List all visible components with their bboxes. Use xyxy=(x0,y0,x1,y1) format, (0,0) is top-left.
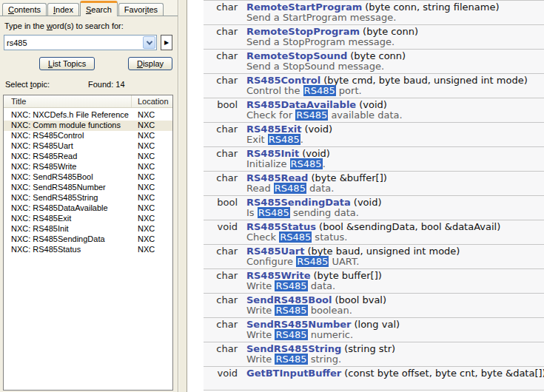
description-text: Configure xyxy=(246,256,296,267)
column-header-title[interactable]: Title xyxy=(4,95,132,107)
description-text: Check xyxy=(246,232,279,243)
function-name-link[interactable]: RS485Exit xyxy=(246,124,301,135)
result-row[interactable]: NXC: RS485StatusNXC xyxy=(4,245,172,255)
tab-search[interactable]: Search xyxy=(80,1,118,16)
function-name-link[interactable]: SendRS485Bool xyxy=(246,294,332,305)
function-definition: RemoteStartProgram(byte conn, string fil… xyxy=(238,2,544,23)
tab-contents[interactable]: Contents xyxy=(2,3,47,16)
result-location: NXC xyxy=(132,141,172,152)
result-location: NXC xyxy=(132,152,172,162)
pane-splitter[interactable] xyxy=(178,0,187,392)
result-row[interactable]: NXC: RS485DataAvailableNXC xyxy=(4,203,172,214)
function-params: (void) xyxy=(359,99,387,110)
found-count: Found: 14 xyxy=(88,80,125,89)
function-signature: RS485Init(void) xyxy=(246,149,544,159)
function-params: (byte conn) xyxy=(350,50,406,61)
function-description: Write RS485 boolean. xyxy=(246,305,544,316)
function-name-link[interactable]: RS485DataAvailable xyxy=(246,99,356,110)
function-row: boolRS485SendingData(void)Is RS485 sendi… xyxy=(204,196,544,220)
function-params: (byte baud, unsigned int mode) xyxy=(307,246,460,257)
function-row: charRemoteStopSound(byte conn)Send a Sto… xyxy=(204,50,544,74)
function-name-link[interactable]: SendRS485String xyxy=(246,343,341,354)
result-title: NXC: RS485Uart xyxy=(4,141,132,152)
search-highlight: RS485 xyxy=(275,305,307,316)
search-buttons-row: List Topics Display xyxy=(39,57,172,70)
result-title: NXC: RS485Read xyxy=(4,152,132,162)
result-location: NXC xyxy=(132,203,172,214)
description-text: UART. xyxy=(329,256,359,267)
display-button[interactable]: Display xyxy=(128,57,172,70)
function-definition: RemoteStopSound(byte conn)Send a StopSou… xyxy=(238,51,544,72)
result-row[interactable]: NXC: Comm module functionsNXC xyxy=(4,121,172,131)
result-row[interactable]: NXC: RS485InitNXC xyxy=(4,224,172,234)
function-description: Write RS485 string. xyxy=(246,354,544,365)
search-highlight: RS485 xyxy=(295,109,328,121)
function-name-link[interactable]: RS485Write xyxy=(246,270,311,281)
function-name-link[interactable]: RS485Status xyxy=(246,221,316,232)
description-text: Is xyxy=(246,207,258,218)
function-name-link[interactable]: RS485Init xyxy=(246,148,299,159)
function-name-link[interactable]: GetBTInputBuffer xyxy=(246,368,341,379)
list-topics-button[interactable]: List Topics xyxy=(39,57,95,70)
combobox-dropdown-button[interactable] xyxy=(143,36,155,49)
function-definition: SendRS485String(string str)Write RS485 s… xyxy=(238,344,544,365)
result-title: NXC: SendRS485Number xyxy=(4,183,132,193)
return-type: bool xyxy=(204,100,238,121)
function-name-link[interactable]: RS485SendingData xyxy=(246,197,351,208)
result-row[interactable]: NXC: RS485ExitNXC xyxy=(4,214,172,224)
tab-favorites[interactable]: Favorites xyxy=(118,3,164,16)
column-header-location[interactable]: Location xyxy=(132,95,172,108)
function-definition: RS485Exit(void)Exit RS485. xyxy=(238,124,544,145)
result-row[interactable]: NXC: SendRS485StringNXC xyxy=(4,193,172,203)
function-definition: GetBTInputBuffer(const byte offset, byte… xyxy=(238,368,544,388)
function-name-link[interactable]: RS485Read xyxy=(246,172,308,183)
search-prompt-label: Type in the word(s) to search for: xyxy=(4,21,174,30)
function-row: charRS485Control(byte cmd, byte baud, un… xyxy=(204,74,544,98)
description-text: Send a StartProgram message. xyxy=(246,12,396,23)
function-signature: SendRS485Number(long val) xyxy=(246,320,544,330)
result-row[interactable]: NXC: SendRS485NumberNXC xyxy=(4,183,172,193)
function-name-link[interactable]: RS485Control xyxy=(246,75,320,86)
function-row: charRS485Read(byte &buffer[])Read RS485 … xyxy=(204,172,544,196)
function-row: voidGetBTInputBuffer(const byte offset, … xyxy=(204,367,544,391)
result-row[interactable]: NXC: NXCDefs.h File ReferenceNXC xyxy=(4,110,172,121)
search-input[interactable] xyxy=(4,36,138,49)
result-row[interactable]: NXC: RS485WriteNXC xyxy=(4,162,172,172)
function-name-link[interactable]: RemoteStartProgram xyxy=(246,1,362,13)
return-type: char xyxy=(204,124,238,145)
function-name-link[interactable]: RS485Uart xyxy=(246,246,304,257)
description-text: Write xyxy=(246,305,275,316)
function-name-link[interactable]: RemoteStopProgram xyxy=(246,26,360,37)
search-combobox xyxy=(4,35,157,50)
help-viewer-window: Contents Index Search Favorites Type in … xyxy=(0,0,544,392)
flyout-arrow-button[interactable]: ▶ xyxy=(161,35,172,50)
return-type: void xyxy=(204,222,238,243)
result-title: NXC: RS485Write xyxy=(4,162,132,172)
function-description: Check for RS485 available data. xyxy=(246,110,544,121)
function-definition: RS485Control(byte cmd, byte baud, unsign… xyxy=(238,75,544,96)
function-description: Check RS485 status. xyxy=(246,232,544,243)
result-row[interactable]: NXC: RS485UartNXC xyxy=(4,141,172,152)
search-panel: Contents Index Search Favorites Type in … xyxy=(0,0,178,392)
return-type: char xyxy=(204,75,238,96)
result-row[interactable]: NXC: RS485ReadNXC xyxy=(4,152,172,162)
function-definition: RS485Init(void)Initialize RS485. xyxy=(238,149,544,169)
function-params: (void) xyxy=(302,148,330,159)
result-location: NXC xyxy=(132,183,172,193)
return-type: char xyxy=(204,149,238,169)
result-row[interactable]: NXC: RS485SendingDataNXC xyxy=(4,234,172,245)
function-description: Initialize RS485. xyxy=(246,159,544,169)
function-signature: SendRS485String(string str) xyxy=(246,344,544,354)
search-highlight: RS485 xyxy=(275,354,307,365)
function-signature: RS485Read(byte &buffer[]) xyxy=(246,173,544,183)
result-location: NXC xyxy=(132,214,172,224)
tab-index[interactable]: Index xyxy=(47,3,79,16)
function-name-link[interactable]: SendRS485Number xyxy=(246,319,351,330)
function-name-link[interactable]: RemoteStopSound xyxy=(246,50,347,61)
function-params: (byte conn) xyxy=(363,26,418,37)
return-type: char xyxy=(204,271,238,291)
result-row[interactable]: NXC: RS485ControlNXC xyxy=(4,131,172,141)
function-row: charRS485Exit(void)Exit RS485. xyxy=(204,123,544,147)
result-row[interactable]: NXC: SendRS485BoolNXC xyxy=(4,172,172,183)
result-title: NXC: SendRS485String xyxy=(4,193,132,203)
